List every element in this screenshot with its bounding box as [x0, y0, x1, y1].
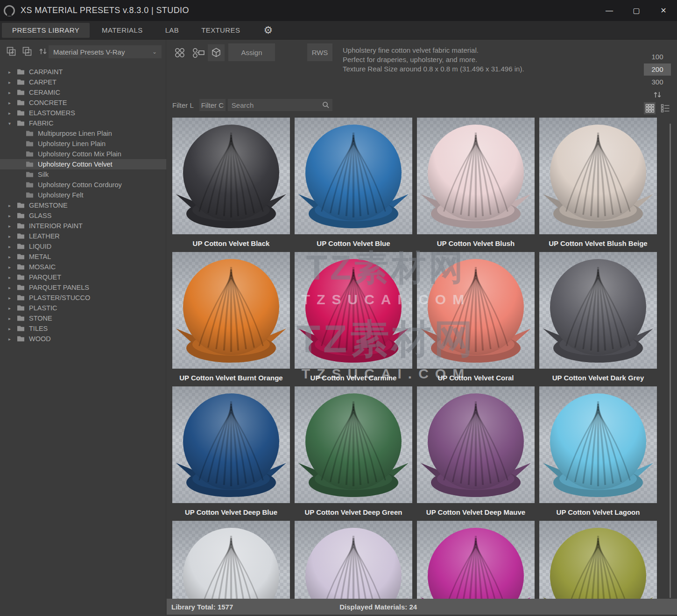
- caret-right-icon[interactable]: ▸: [8, 285, 13, 290]
- caret-right-icon[interactable]: ▸: [8, 295, 13, 301]
- tree-item-upholstery-linen-plain[interactable]: Upholstery Linen Plain: [0, 139, 166, 149]
- caret-right-icon[interactable]: ▸: [8, 234, 13, 239]
- tree-folder-leather[interactable]: ▸ LEATHER: [0, 231, 166, 241]
- material-preview[interactable]: [539, 386, 657, 503]
- filter-category-button[interactable]: Filter C: [199, 99, 226, 111]
- collapse-all-icon[interactable]: [22, 47, 32, 56]
- material-tile-up-cotton-velvet-deep-green[interactable]: UP Cotton Velvet Deep Green: [295, 386, 412, 521]
- material-preview[interactable]: [172, 521, 290, 599]
- caret-right-icon[interactable]: ▸: [8, 203, 13, 208]
- caret-right-icon[interactable]: ▸: [8, 70, 13, 75]
- tree-folder-concrete[interactable]: ▸ CONCRETE: [0, 98, 166, 108]
- node-view-icon[interactable]: [190, 44, 207, 61]
- tree-folder-carpet[interactable]: ▸ CARPET: [0, 77, 166, 87]
- tree-folder-carpaint[interactable]: ▸ CARPAINT: [0, 67, 166, 77]
- size-300-button[interactable]: 300: [644, 76, 671, 88]
- tree-item-upholstery-felt[interactable]: Upholstery Felt: [0, 190, 166, 200]
- material-tile-up-cotton-velvet-carmine[interactable]: UP Cotton Velvet Carmine: [295, 252, 412, 386]
- tree-item-upholstery-cotton-mix-plain[interactable]: Upholstery Cotton Mix Plain: [0, 149, 166, 159]
- material-preview[interactable]: [295, 386, 412, 503]
- material-tile[interactable]: [172, 521, 290, 599]
- tab-textures[interactable]: TEXTURES: [191, 23, 250, 38]
- material-tile-up-cotton-velvet-deep-mauve[interactable]: UP Cotton Velvet Deep Mauve: [417, 386, 535, 521]
- tree-folder-gemstone[interactable]: ▸ GEMSTONE: [0, 200, 166, 210]
- thumbnail-view-icon[interactable]: [171, 44, 188, 61]
- rws-button[interactable]: RWS: [307, 43, 332, 61]
- material-preview[interactable]: [539, 252, 657, 369]
- preset-library-dropdown[interactable]: Material Presets V-Ray ⌄: [49, 45, 162, 58]
- caret-right-icon[interactable]: ▸: [8, 336, 13, 342]
- caret-right-icon[interactable]: ▸: [8, 111, 13, 116]
- tree-folder-plaster-stucco[interactable]: ▸ PLASTER/STUCCO: [0, 293, 166, 303]
- material-preview[interactable]: [172, 386, 290, 503]
- caret-right-icon[interactable]: ▸: [8, 265, 13, 270]
- caret-right-icon[interactable]: ▸: [8, 326, 13, 331]
- caret-right-icon[interactable]: ▸: [8, 275, 13, 280]
- close-button[interactable]: ✕: [650, 0, 677, 21]
- caret-right-icon[interactable]: ▸: [8, 306, 13, 311]
- caret-right-icon[interactable]: ▸: [8, 100, 13, 105]
- material-tile-up-cotton-velvet-coral[interactable]: UP Cotton Velvet Coral: [417, 252, 535, 386]
- tree-folder-stone[interactable]: ▸ STONE: [0, 313, 166, 323]
- material-preview[interactable]: [295, 118, 412, 234]
- material-tile-up-cotton-velvet-deep-blue[interactable]: UP Cotton Velvet Deep Blue: [172, 386, 290, 521]
- tree-folder-fabric[interactable]: ▾ FABRIC: [0, 118, 166, 128]
- material-preview[interactable]: [417, 252, 535, 369]
- list-view-button[interactable]: [659, 102, 671, 114]
- caret-right-icon[interactable]: ▸: [8, 244, 13, 249]
- caret-down-icon[interactable]: ▾: [8, 121, 13, 126]
- size-100-button[interactable]: 100: [644, 51, 671, 63]
- search-input[interactable]: [228, 99, 332, 111]
- material-preview[interactable]: [417, 118, 535, 234]
- assign-button[interactable]: Assign: [228, 43, 275, 61]
- material-tile[interactable]: [295, 521, 412, 599]
- tree-folder-metal[interactable]: ▸ METAL: [0, 252, 166, 262]
- material-tile-up-cotton-velvet-black[interactable]: UP Cotton Velvet Black: [172, 118, 290, 252]
- tree-folder-elastomers[interactable]: ▸ ELASTOMERS: [0, 108, 166, 118]
- tree-folder-tiles[interactable]: ▸ TILES: [0, 323, 166, 334]
- minimize-button[interactable]: —: [596, 0, 623, 21]
- tree-item-multipurpose-linen-plain[interactable]: Multipurpose Linen Plain: [0, 128, 166, 139]
- tree-folder-parquet[interactable]: ▸ PARQUET: [0, 272, 166, 282]
- material-preview[interactable]: [417, 521, 535, 599]
- material-preview[interactable]: [417, 386, 535, 503]
- material-preview[interactable]: [172, 252, 290, 369]
- caret-right-icon[interactable]: ▸: [8, 224, 13, 229]
- sort-materials-icon[interactable]: [653, 90, 662, 99]
- tree-item-silk[interactable]: Silk: [0, 169, 166, 180]
- material-tile-up-cotton-velvet-burnt-orange[interactable]: UP Cotton Velvet Burnt Orange: [172, 252, 290, 386]
- maximize-button[interactable]: ▢: [623, 0, 650, 21]
- material-preview[interactable]: [172, 118, 290, 234]
- tab-presets-library[interactable]: PRESETS LIBRARY: [2, 23, 90, 38]
- material-tile-up-cotton-velvet-blush[interactable]: UP Cotton Velvet Blush: [417, 118, 535, 252]
- material-tile[interactable]: [417, 521, 535, 599]
- caret-right-icon[interactable]: ▸: [8, 213, 13, 218]
- material-tile[interactable]: [539, 521, 657, 599]
- tree-folder-plastic[interactable]: ▸ PLASTIC: [0, 303, 166, 313]
- settings-gear-icon[interactable]: ⚙: [263, 25, 273, 35]
- grid-view-button[interactable]: [644, 102, 656, 114]
- size-200-button[interactable]: 200: [644, 63, 671, 76]
- tree-folder-glass[interactable]: ▸ GLASS: [0, 210, 166, 221]
- material-tile-up-cotton-velvet-dark-grey[interactable]: UP Cotton Velvet Dark Grey: [539, 252, 657, 386]
- material-preview[interactable]: [295, 252, 412, 369]
- tree-folder-liquid[interactable]: ▸ LIQUID: [0, 241, 166, 252]
- vertical-scrollbar[interactable]: [670, 124, 671, 598]
- tab-materials[interactable]: MATERIALS: [92, 23, 153, 38]
- filter-library-label[interactable]: Filter L: [172, 101, 194, 109]
- caret-right-icon[interactable]: ▸: [8, 316, 13, 321]
- material-preview[interactable]: [295, 521, 412, 599]
- tree-folder-ceramic[interactable]: ▸ CERAMIC: [0, 87, 166, 98]
- tree-item-upholstery-cotton-corduroy[interactable]: Upholstery Cotton Corduroy: [0, 180, 166, 190]
- tree-folder-mosaic[interactable]: ▸ MOSAIC: [0, 262, 166, 272]
- material-tile-up-cotton-velvet-blush-beige[interactable]: UP Cotton Velvet Blush Beige: [539, 118, 657, 252]
- tree-folder-interior-paint[interactable]: ▸ INTERIOR PAINT: [0, 221, 166, 231]
- expand-all-icon[interactable]: [7, 47, 16, 56]
- sort-tree-icon[interactable]: [38, 47, 48, 56]
- caret-right-icon[interactable]: ▸: [8, 254, 13, 259]
- material-tile-up-cotton-velvet-lagoon[interactable]: UP Cotton Velvet Lagoon: [539, 386, 657, 521]
- material-tile-up-cotton-velvet-blue[interactable]: UP Cotton Velvet Blue: [295, 118, 412, 252]
- caret-right-icon[interactable]: ▸: [8, 80, 13, 85]
- material-preview[interactable]: [539, 118, 657, 234]
- tree-folder-wood[interactable]: ▸ WOOD: [0, 334, 166, 344]
